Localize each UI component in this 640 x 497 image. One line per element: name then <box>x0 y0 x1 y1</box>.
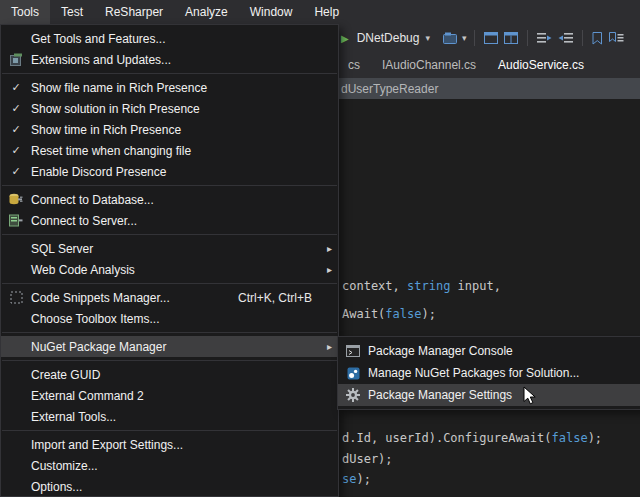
menu-item-reset-time-changing-file[interactable]: ✓ Reset time when changing file <box>1 140 338 161</box>
menu-item-label: Show time in Rich Presence <box>31 123 338 137</box>
toolbar-separator <box>527 30 528 46</box>
menu-item-label: NuGet Package Manager <box>31 340 327 354</box>
code-line: Await(false); <box>342 307 436 321</box>
menu-item-label: SQL Server <box>31 242 327 256</box>
checkmark-icon: ✓ <box>11 144 20 157</box>
menu-item-label: Connect to Database... <box>31 193 338 207</box>
menu-item-label: Manage NuGet Packages for Solution... <box>368 366 640 380</box>
menubar-item-help[interactable]: Help <box>303 0 350 24</box>
menu-item-enable-discord-presence[interactable]: ✓ Enable Discord Presence <box>1 161 338 182</box>
toolbar-separator <box>474 30 475 46</box>
menu-separator <box>2 234 337 235</box>
debug-target-dropdown[interactable]: DNetDebug <box>357 31 420 45</box>
menu-item-create-guid[interactable]: Create GUID <box>1 364 338 385</box>
menu-item-label: Import and Export Settings... <box>31 438 338 452</box>
menu-separator <box>2 360 337 361</box>
checkmark-icon: ✓ <box>11 102 20 115</box>
bookmark-window-icon[interactable] <box>609 32 624 45</box>
menu-item-label: Show file name in Rich Presence <box>31 81 338 95</box>
menu-item-label: External Tools... <box>31 410 338 424</box>
submenu-arrow-icon: ▸ <box>327 264 332 275</box>
menubar-item-window[interactable]: Window <box>239 0 304 24</box>
menubar-item-tools[interactable]: Tools <box>0 0 50 24</box>
menu-item-label: Web Code Analysis <box>31 263 327 277</box>
menu-item-shortcut: Ctrl+K, Ctrl+B <box>238 291 312 305</box>
menu-item-label: Code Snippets Manager... <box>31 291 238 305</box>
menu-item-sql-server[interactable]: SQL Server ▸ <box>1 238 338 259</box>
checkmark-icon: ✓ <box>11 123 20 136</box>
menu-separator <box>2 430 337 431</box>
menu-item-show-file-name-rich-presence[interactable]: ✓ Show file name in Rich Presence <box>1 77 338 98</box>
attach-to-process-icon[interactable] <box>443 32 457 44</box>
menu-item-options[interactable]: Options... <box>1 476 338 497</box>
menu-item-show-solution-rich-presence[interactable]: ✓ Show solution in Rich Presence <box>1 98 338 119</box>
server-icon <box>1 214 31 227</box>
document-tab-iaudiochannel[interactable]: IAudioChannel.cs <box>371 52 487 78</box>
menu-item-external-tools[interactable]: External Tools... <box>1 406 338 427</box>
code-line: context, string input, <box>342 279 501 293</box>
submenu-item-manage-nuget-packages[interactable]: Manage NuGet Packages for Solution... <box>338 362 640 384</box>
menu-bar: Tools Test ReSharper Analyze Window Help <box>0 0 640 24</box>
menu-item-external-command-2[interactable]: External Command 2 <box>1 385 338 406</box>
submenu-arrow-icon: ▸ <box>327 341 332 352</box>
database-icon <box>1 193 31 206</box>
menubar-item-resharper[interactable]: ReSharper <box>94 0 174 24</box>
checkmark-icon: ✓ <box>11 165 20 178</box>
run-play-icon[interactable]: ▶ <box>341 33 349 44</box>
vs-window: Tools Test ReSharper Analyze Window Help… <box>0 0 640 497</box>
menu-item-label: Connect to Server... <box>31 214 338 228</box>
menu-item-customize[interactable]: Customize... <box>1 455 338 476</box>
menu-item-label: Package Manager Console <box>368 344 640 358</box>
document-tab-audioservice[interactable]: AudioService.cs <box>487 52 595 78</box>
console-icon <box>338 345 368 357</box>
menu-separator <box>2 332 337 333</box>
bookmark-icon[interactable] <box>592 32 603 45</box>
menu-item-label: Extensions and Updates... <box>31 53 338 67</box>
menu-item-label: Show solution in Rich Presence <box>31 102 338 116</box>
menu-item-extensions-and-updates[interactable]: Extensions and Updates... <box>1 49 338 70</box>
extensions-icon <box>1 53 31 66</box>
menu-item-show-time-rich-presence[interactable]: ✓ Show time in Rich Presence <box>1 119 338 140</box>
menu-separator <box>2 283 337 284</box>
menu-item-label: Options... <box>31 480 338 494</box>
menu-item-label: Enable Discord Presence <box>31 165 338 179</box>
new-window-icon[interactable] <box>484 32 498 44</box>
menu-item-label: Choose Toolbox Items... <box>31 312 338 326</box>
code-line: d.Id, userId).ConfigureAwait(false); <box>342 431 602 445</box>
code-line: dUser); <box>342 452 393 466</box>
menu-item-label: Reset time when changing file <box>31 144 338 158</box>
menu-item-import-export-settings[interactable]: Import and Export Settings... <box>1 434 338 455</box>
split-window-icon[interactable] <box>504 32 518 44</box>
submenu-item-package-manager-console[interactable]: Package Manager Console <box>338 340 640 362</box>
menu-item-label: Package Manager Settings <box>368 388 640 402</box>
chevron-down-icon[interactable]: ▾ <box>425 33 430 43</box>
submenu-item-package-manager-settings[interactable]: Package Manager Settings <box>338 384 640 406</box>
code-line: se); <box>342 472 371 486</box>
navigation-bar-type: dUserTypeReader <box>341 82 438 96</box>
menu-item-label: Create GUID <box>31 368 338 382</box>
toolbar-separator <box>582 30 583 46</box>
gear-icon <box>338 388 368 402</box>
menu-item-nuget-package-manager[interactable]: NuGet Package Manager ▸ <box>1 336 338 357</box>
chevron-down-icon[interactable]: ▾ <box>462 33 467 43</box>
menubar-item-test[interactable]: Test <box>50 0 94 24</box>
menu-item-label: Get Tools and Features... <box>31 32 338 46</box>
menu-item-connect-to-database[interactable]: Connect to Database... <box>1 189 338 210</box>
outdent-lines-icon[interactable] <box>558 32 573 44</box>
submenu-arrow-icon: ▸ <box>327 243 332 254</box>
menu-item-choose-toolbox-items[interactable]: Choose Toolbox Items... <box>1 308 338 329</box>
menu-separator <box>2 185 337 186</box>
menu-item-code-snippets-manager[interactable]: Code Snippets Manager... Ctrl+K, Ctrl+B <box>1 287 338 308</box>
menu-separator <box>2 73 337 74</box>
menu-item-web-code-analysis[interactable]: Web Code Analysis ▸ <box>1 259 338 280</box>
tools-menu: Get Tools and Features... Extensions and… <box>0 24 339 497</box>
indent-lines-icon[interactable] <box>537 32 552 44</box>
menu-item-get-tools-and-features[interactable]: Get Tools and Features... <box>1 28 338 49</box>
menubar-item-analyze[interactable]: Analyze <box>174 0 239 24</box>
menu-item-connect-to-server[interactable]: Connect to Server... <box>1 210 338 231</box>
snippet-icon <box>1 291 31 304</box>
menu-item-label: Customize... <box>31 459 338 473</box>
checkmark-icon: ✓ <box>11 81 20 94</box>
document-tab-clipped[interactable]: cs <box>337 52 371 78</box>
menu-item-label: External Command 2 <box>31 389 338 403</box>
